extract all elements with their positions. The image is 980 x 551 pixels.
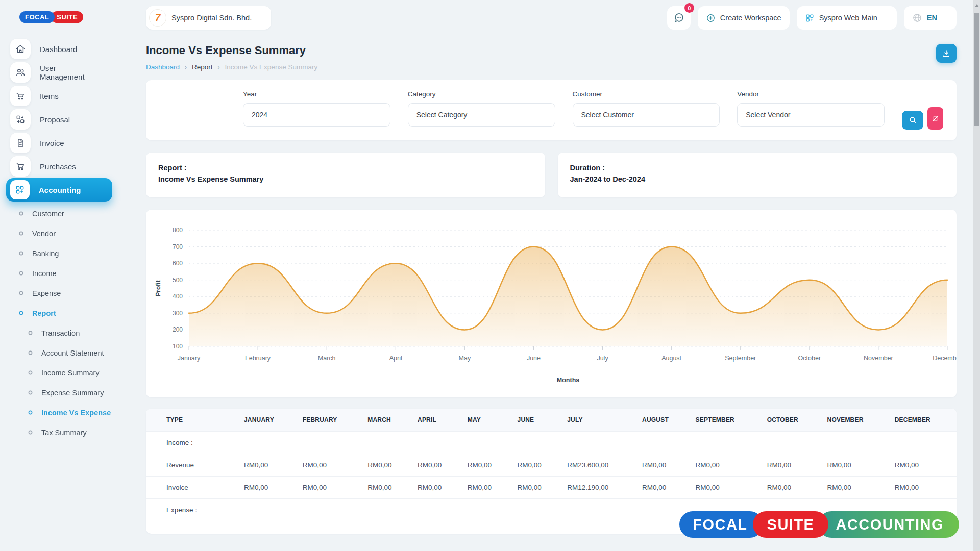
sidebar-item-expense-summary[interactable]: Expense Summary — [6, 383, 112, 403]
svg-text:July: July — [597, 355, 608, 362]
chevron-down-icon — [869, 111, 876, 118]
scrollbar-up-arrow[interactable] — [975, 4, 979, 7]
sidebar-item-transaction[interactable]: Transaction — [6, 323, 112, 343]
svg-text:800: 800 — [173, 227, 183, 234]
sidebar-item-label: Items — [40, 92, 108, 101]
scrollbar-thumb[interactable] — [974, 13, 979, 126]
table-cell: RM0,00 — [637, 454, 690, 477]
sidebar-item-expense[interactable]: Expense — [6, 283, 112, 303]
sidebar-item-purchases[interactable]: Purchases — [6, 155, 112, 178]
sidebar-item-proposal[interactable]: Proposal — [6, 108, 112, 131]
table-cell: RM0,00 — [690, 454, 762, 477]
svg-text:500: 500 — [173, 277, 183, 284]
table-cell: RM0,00 — [362, 454, 412, 477]
sub-item-label: Vendor — [32, 230, 112, 238]
duration-card-value: Jan-2024 to Dec-2024 — [570, 173, 945, 185]
download-button[interactable] — [936, 44, 957, 63]
sidebar-item-income-summary[interactable]: Income Summary — [6, 363, 112, 383]
chat-button[interactable]: 0 — [667, 6, 691, 30]
search-button[interactable] — [902, 111, 923, 130]
bullet-icon — [18, 251, 24, 256]
chevron-right-icon — [92, 250, 99, 257]
table-cell: RM0,00 — [890, 454, 957, 477]
clear-button[interactable] — [927, 107, 943, 130]
customer-select[interactable]: Select Customer — [573, 103, 720, 127]
table-cell: RM0,00 — [512, 477, 562, 499]
svg-text:February: February — [245, 355, 271, 362]
page-header: Income Vs Expense Summary Dashboard › Re… — [146, 44, 957, 71]
chevron-right-icon — [92, 310, 99, 316]
category-select[interactable]: Select Category — [408, 103, 555, 127]
table-header-cell: APRIL — [412, 409, 462, 432]
svg-text:December: December — [933, 355, 957, 362]
table-cell: RM0,00 — [412, 454, 462, 477]
bullet-icon — [18, 211, 24, 216]
year-select[interactable]: 2024 — [243, 103, 390, 127]
breadcrumb-report[interactable]: Report — [192, 63, 213, 71]
create-workspace-button[interactable]: Create Workspace — [698, 6, 790, 30]
chevron-down-icon — [882, 15, 889, 21]
sidebar-item-invoice[interactable]: Invoice — [6, 131, 112, 155]
sidebar-item-banking[interactable]: Banking — [6, 243, 112, 263]
sidebar-item-customer[interactable]: Customer — [6, 204, 112, 223]
brand-logo-right: SUITE — [51, 11, 83, 23]
table-cell: RM0,00 — [298, 477, 363, 499]
table-cell: RM0,00 — [412, 477, 462, 499]
chevron-separator-icon: › — [185, 64, 187, 71]
chevron-right-icon — [101, 45, 108, 53]
brand-logo: FOCAL SUITE — [19, 11, 112, 23]
chevron-down-icon — [101, 186, 108, 193]
sub-item-label: Income Vs Expense — [41, 409, 112, 417]
bullet-icon — [28, 430, 33, 435]
sidebar-item-user-management[interactable]: User Management — [6, 61, 112, 84]
sidebar-item-dashboard[interactable]: Dashboard — [6, 37, 112, 61]
sidebar-item-accounting[interactable]: Accounting — [6, 178, 112, 202]
report-card-value: Income Vs Expense Summary — [158, 173, 533, 185]
bullet-icon — [28, 370, 33, 375]
bullet-icon — [18, 290, 24, 296]
watermark-badge: FOCAL SUITE ACCOUNTING — [679, 511, 959, 538]
language-selector[interactable]: EN — [904, 6, 957, 30]
profit-chart-card: 100200300400500600700800JanuaryFebruaryM… — [146, 210, 957, 397]
sidebar-item-vendor[interactable]: Vendor — [6, 223, 112, 243]
breadcrumb-dashboard[interactable]: Dashboard — [146, 63, 180, 71]
svg-text:August: August — [662, 355, 681, 362]
breadcrumb-current: Income Vs Expense Summary — [225, 63, 318, 71]
year-value: 2024 — [252, 111, 267, 119]
sidebar-item-items[interactable]: Items — [6, 84, 112, 108]
sub-item-label: Account Statement — [41, 349, 112, 357]
sidebar-item-account-statement[interactable]: Account Statement — [6, 343, 112, 363]
vendor-field: Vendor Select Vendor — [737, 90, 885, 127]
sidebar-item-income-vs-expense[interactable]: Income Vs Expense — [6, 403, 112, 422]
sidebar-nav: Dashboard User Management Items Proposal — [6, 37, 112, 442]
watermark-accounting: ACCOUNTING — [818, 511, 959, 538]
accounting-subnav: Customer Vendor Banking Income Expense — [6, 204, 112, 442]
table-cell: RM0,00 — [822, 454, 890, 477]
table-header-cell: MARCH — [362, 409, 412, 432]
download-icon — [942, 49, 951, 58]
table-header-cell: FEBRUARY — [298, 409, 363, 432]
customer-field: Customer Select Customer — [573, 90, 720, 127]
main-content: 7 Syspro Digital Sdn. Bhd. 0 Create Work… — [118, 3, 980, 534]
table-cell: RM0,00 — [762, 477, 822, 499]
year-field: Year 2024 — [243, 90, 390, 127]
table-header-cell: DECEMBER — [890, 409, 957, 432]
search-icon — [909, 116, 917, 124]
customer-label: Customer — [573, 90, 720, 98]
grid-plus-icon — [10, 180, 30, 199]
sidebar-item-tax-summary[interactable]: Tax Summary — [6, 422, 112, 442]
brand-logo-left: FOCAL — [19, 11, 55, 23]
vendor-select[interactable]: Select Vendor — [737, 103, 885, 127]
grid-plus-icon — [805, 13, 815, 23]
table-cell: RM0,00 — [890, 477, 957, 499]
sidebar-item-report[interactable]: Report — [6, 303, 112, 323]
sidebar-item-income[interactable]: Income — [6, 263, 112, 283]
sub-item-label: Report — [32, 309, 92, 317]
chevron-down-icon — [375, 111, 382, 118]
app-selector[interactable]: Syspro Web Main — [797, 6, 897, 30]
table-cell: RM0,00 — [637, 477, 690, 499]
workspace-selector[interactable]: 7 Syspro Digital Sdn. Bhd. — [146, 6, 271, 30]
chevron-down-icon — [540, 111, 547, 118]
table-row: RevenueRM0,00RM0,00RM0,00RM0,00RM0,00RM0… — [146, 454, 957, 477]
income-expense-table: TYPEJANUARYFEBRUARYMARCHAPRILMAYJUNEJULY… — [146, 409, 957, 521]
